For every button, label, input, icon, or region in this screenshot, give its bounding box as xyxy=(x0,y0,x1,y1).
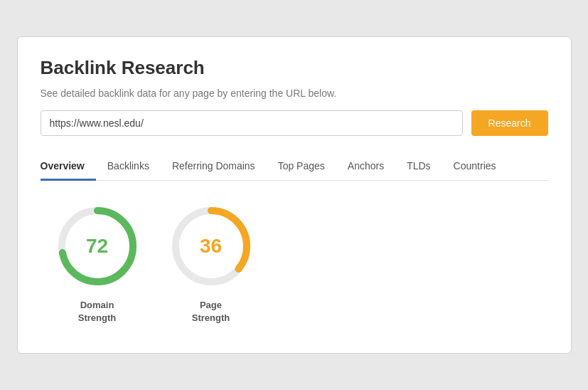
tab-countries[interactable]: Countries xyxy=(442,153,508,181)
page-title: Backlink Research xyxy=(41,57,548,79)
search-row: Research xyxy=(41,110,548,136)
tab-tlds[interactable]: TLDs xyxy=(395,153,442,181)
tabs-nav: OverviewBacklinksReferring DomainsTop Pa… xyxy=(41,153,548,181)
tab-backlinks[interactable]: Backlinks xyxy=(96,153,161,181)
main-card: Backlink Research See detailed backlink … xyxy=(17,36,572,354)
metrics-row: 72 DomainStrength 36 PageStrength xyxy=(41,204,548,325)
metric-label-domain-strength: DomainStrength xyxy=(78,299,116,325)
tab-anchors[interactable]: Anchors xyxy=(336,153,395,181)
tab-top-pages[interactable]: Top Pages xyxy=(267,153,336,181)
url-input[interactable] xyxy=(41,110,463,136)
metric-domain-strength: 72 DomainStrength xyxy=(55,204,140,325)
metric-page-strength: 36 PageStrength xyxy=(169,204,254,325)
donut-value-page-strength: 36 xyxy=(200,235,222,258)
subtitle: See detailed backlink data for any page … xyxy=(41,88,548,99)
donut-page-strength: 36 xyxy=(169,204,254,289)
donut-value-domain-strength: 72 xyxy=(86,235,108,258)
research-button[interactable]: Research xyxy=(471,110,548,136)
metric-label-page-strength: PageStrength xyxy=(192,299,230,325)
tab-overview[interactable]: Overview xyxy=(41,153,96,181)
tab-referring-domains[interactable]: Referring Domains xyxy=(161,153,267,181)
donut-domain-strength: 72 xyxy=(55,204,140,289)
